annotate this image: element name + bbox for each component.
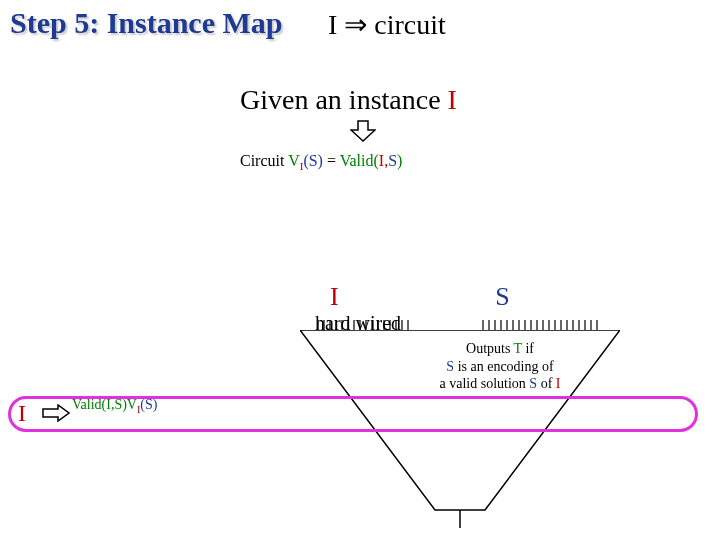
out-S2: S bbox=[529, 376, 537, 391]
out-line1b: if bbox=[522, 341, 534, 356]
out-S: S bbox=[446, 359, 454, 374]
circuit-S: (S) bbox=[303, 152, 323, 169]
out-I: I bbox=[556, 376, 561, 391]
formula-arrow: ⇒ bbox=[344, 9, 367, 40]
output-description: Outputs T if S is an encoding of a valid… bbox=[380, 340, 620, 393]
down-arrow-icon bbox=[350, 120, 376, 142]
out-T: T bbox=[514, 341, 522, 356]
formula-target: circuit bbox=[374, 9, 446, 40]
input-I: I bbox=[330, 282, 339, 311]
circuit-eq: = bbox=[323, 152, 340, 169]
top-formula: I ⇒ circuit bbox=[328, 8, 446, 41]
out-line1a: Outputs bbox=[466, 341, 514, 356]
out-line3b: of bbox=[537, 376, 556, 391]
circuit-prefix: Circuit bbox=[240, 152, 288, 169]
highlight-box bbox=[8, 396, 698, 432]
page-title: Step 5: Instance Map bbox=[10, 6, 283, 40]
circuit-arg-S: S bbox=[388, 152, 397, 169]
formula-I: I bbox=[328, 9, 337, 40]
circuit-arg-I: I, bbox=[379, 152, 388, 169]
circuit-V: V bbox=[288, 152, 300, 169]
step-title-row: Step 5: Instance Map bbox=[10, 6, 283, 40]
circuit-close: ) bbox=[397, 152, 402, 169]
circuit-expression: Circuit VI(S) = Valid(I,S) bbox=[240, 152, 402, 172]
out-line3a: a valid solution bbox=[440, 376, 530, 391]
input-S: S bbox=[495, 282, 509, 311]
given-line: Given an instance I bbox=[240, 84, 457, 116]
given-prefix: Given an instance bbox=[240, 84, 448, 115]
inputs-row: I S bbox=[330, 282, 510, 312]
given-I: I bbox=[448, 84, 457, 115]
circuit-valid: Valid( bbox=[340, 152, 379, 169]
out-line2b: is an encoding of bbox=[454, 359, 554, 374]
